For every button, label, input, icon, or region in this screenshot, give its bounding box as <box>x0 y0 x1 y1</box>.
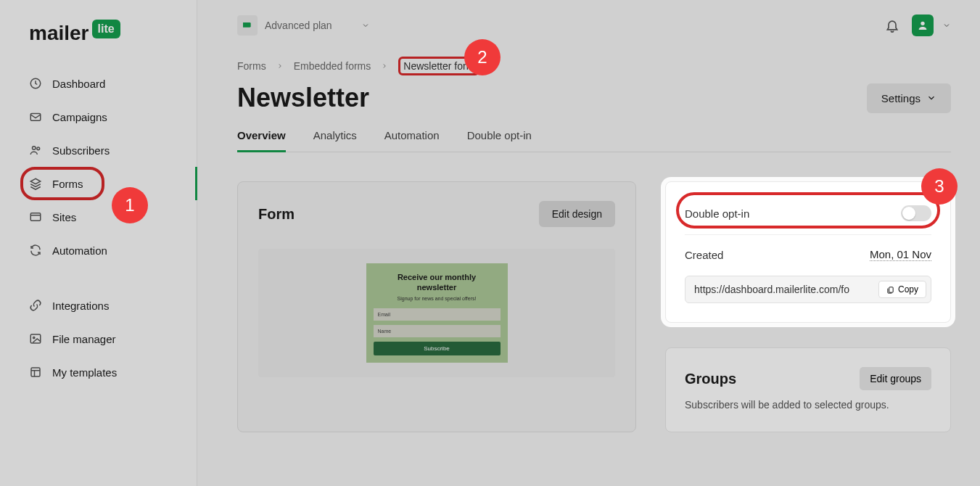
sidebar: mailer lite Dashboard Campaigns Subscrib… <box>0 0 197 486</box>
svg-point-6 <box>33 337 35 338</box>
groups-title: Groups <box>685 371 736 387</box>
tab-overview[interactable]: Overview <box>237 122 286 152</box>
sidebar-item-forms[interactable]: Forms <box>0 167 197 200</box>
sidebar-item-label: File manager <box>52 333 116 345</box>
main-content: Advanced plan Forms Embedded forms Newsl… <box>197 0 980 486</box>
url-row: https://dashboard.mailerlite.com/fo Copy <box>685 276 931 303</box>
tabs: Overview Analytics Automation Double opt… <box>237 122 951 152</box>
sidebar-item-automation[interactable]: Automation <box>0 234 197 267</box>
sidebar-item-filemanager[interactable]: File manager <box>0 322 197 355</box>
plan-label: Advanced plan <box>265 20 332 31</box>
chevron-right-icon <box>276 62 284 70</box>
bell-icon[interactable] <box>881 15 903 36</box>
preview-email-field: Email <box>374 308 501 321</box>
edit-groups-button[interactable]: Edit groups <box>860 367 931 390</box>
double-optin-label: Double opt-in <box>685 207 749 220</box>
title-row: Newsletter Settings <box>237 83 951 113</box>
groups-desc: Subscribers will be added to selected gr… <box>685 398 931 413</box>
chevron-right-icon <box>381 62 388 70</box>
template-icon <box>29 366 42 379</box>
settings-label: Settings <box>881 92 921 104</box>
groups-card: Groups Edit groups Subscribers will be a… <box>665 347 951 432</box>
avatar[interactable] <box>912 15 934 36</box>
top-actions <box>881 15 951 36</box>
clock-icon <box>29 77 42 90</box>
created-row: Created Mon, 01 Nov <box>685 244 931 265</box>
layers-icon <box>29 177 42 190</box>
double-optin-toggle[interactable] <box>901 205 931 221</box>
settings-button[interactable]: Settings <box>867 83 951 113</box>
content-row: Form Edit design Receive our monthly new… <box>237 181 951 432</box>
info-card: Double opt-in Created Mon, 01 Nov https:… <box>665 181 951 323</box>
groups-header: Groups Edit groups <box>685 367 931 398</box>
window-icon <box>29 210 42 223</box>
form-card: Form Edit design Receive our monthly new… <box>237 181 636 432</box>
chevron-down-icon <box>926 93 936 103</box>
side-column: Double opt-in Created Mon, 01 Nov https:… <box>665 181 951 432</box>
breadcrumb-current: Newsletter form <box>398 57 479 75</box>
refresh-icon <box>29 244 42 257</box>
svg-rect-7 <box>31 368 40 376</box>
form-url[interactable]: https://dashboard.mailerlite.com/fo <box>685 276 874 302</box>
sidebar-item-label: Campaigns <box>52 111 107 123</box>
sidebar-item-label: Sites <box>52 211 76 223</box>
logo-badge: lite <box>92 20 120 38</box>
svg-rect-1 <box>30 114 41 121</box>
breadcrumb: Forms Embedded forms Newsletter form <box>237 57 951 75</box>
svg-rect-9 <box>889 287 894 292</box>
svg-point-2 <box>33 147 36 150</box>
copy-label: Copy <box>898 284 918 295</box>
form-preview: Receive our monthly newsletter Signup fo… <box>366 263 508 363</box>
link-icon <box>29 299 42 312</box>
image-icon <box>29 332 42 345</box>
sidebar-item-templates[interactable]: My templates <box>0 355 197 389</box>
breadcrumb-embedded[interactable]: Embedded forms <box>294 60 371 72</box>
svg-rect-4 <box>30 213 41 221</box>
tab-automation[interactable]: Automation <box>384 122 440 152</box>
svg-rect-5 <box>30 334 41 343</box>
copy-button[interactable]: Copy <box>878 281 926 298</box>
sidebar-item-sites[interactable]: Sites <box>0 200 197 234</box>
sidebar-item-label: Dashboard <box>52 78 105 90</box>
preview-subscribe-button: Subscribe <box>374 342 501 355</box>
form-card-title: Form <box>258 206 295 223</box>
form-card-header: Form Edit design <box>258 201 615 227</box>
preview-title-line2: newsletter <box>374 282 501 292</box>
plan-icon <box>237 15 258 36</box>
sidebar-item-campaigns[interactable]: Campaigns <box>0 100 197 133</box>
sidebar-item-label: My templates <box>52 366 117 379</box>
mail-icon <box>29 110 42 123</box>
preview-name-field: Name <box>374 325 501 337</box>
logo[interactable]: mailer lite <box>0 22 197 67</box>
created-value: Mon, 01 Nov <box>870 248 931 261</box>
page-title: Newsletter <box>237 83 369 113</box>
form-preview-container: Receive our monthly newsletter Signup fo… <box>258 249 615 377</box>
plan-selector[interactable]: Advanced plan <box>237 15 370 36</box>
preview-subtitle: Signup for news and special offers! <box>374 296 501 301</box>
sidebar-item-subscribers[interactable]: Subscribers <box>0 133 197 167</box>
sidebar-item-integrations[interactable]: Integrations <box>0 289 197 322</box>
users-icon <box>29 144 42 157</box>
chevron-down-icon <box>361 21 370 30</box>
sidebar-item-label: Automation <box>52 244 107 257</box>
preview-title-line1: Receive our monthly <box>374 272 501 282</box>
clipboard-icon <box>886 286 894 294</box>
sidebar-item-label: Forms <box>52 178 83 190</box>
edit-design-button[interactable]: Edit design <box>539 201 615 227</box>
svg-point-3 <box>37 147 40 150</box>
created-label: Created <box>685 249 723 261</box>
breadcrumb-forms[interactable]: Forms <box>237 60 266 72</box>
chevron-down-icon[interactable] <box>942 21 951 30</box>
sidebar-item-label: Integrations <box>52 300 109 312</box>
sidebar-item-dashboard[interactable]: Dashboard <box>0 67 197 100</box>
tab-double-optin[interactable]: Double opt-in <box>467 122 532 152</box>
logo-text: mailer <box>29 22 89 45</box>
tab-analytics[interactable]: Analytics <box>313 122 357 152</box>
topbar: Advanced plan <box>237 15 951 36</box>
double-optin-row: Double opt-in <box>685 201 931 235</box>
svg-point-8 <box>921 22 924 25</box>
sidebar-item-label: Subscribers <box>52 144 110 157</box>
